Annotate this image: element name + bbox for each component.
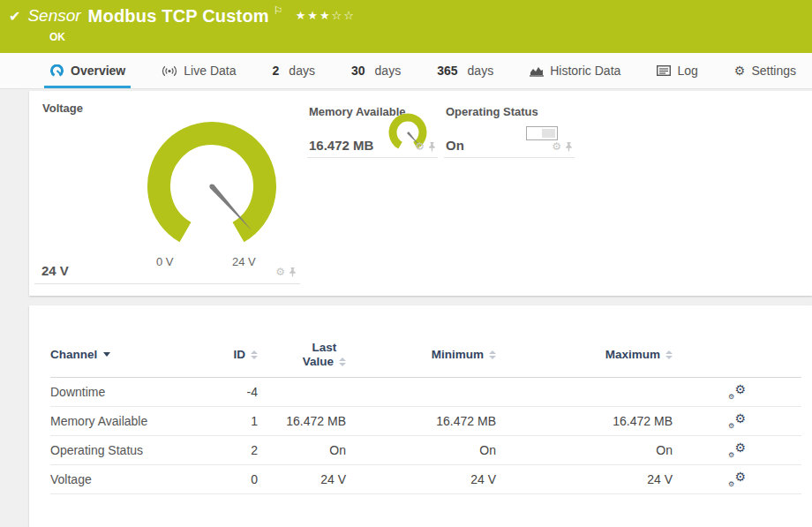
table-header-row: Channel ID Last Value Minimum Maximum (50, 341, 801, 378)
tab-label: Log (677, 64, 697, 78)
tab-label: Historic Data (550, 64, 620, 78)
table-row: Memory Available 1 16.472 MB 16.472 MB 1… (50, 407, 801, 436)
log-list-icon (657, 65, 671, 76)
pin-icon[interactable] (428, 142, 436, 152)
gauges-panel: Voltage 0 V 24 V 24 V ⚙ Memory Available… (29, 91, 812, 296)
channel-minimum: 16.472 MB (346, 414, 496, 428)
column-header-maximum[interactable]: Maximum (496, 348, 673, 361)
sensor-header: ✔ Sensor Modbus TCP Custom ⚐ ★★★☆☆ OK (0, 0, 812, 53)
tab-30-days[interactable]: 30 days (346, 53, 406, 88)
channel-last-value: 16.472 MB (258, 414, 346, 428)
table-row: Voltage 0 24 V 24 V 24 V ⚙⚙ (50, 465, 801, 494)
tab-historic-data[interactable]: Historic Data (524, 53, 626, 88)
tab-label: Overview (71, 64, 125, 78)
channel-minimum: 24 V (346, 472, 496, 486)
channel-last-value: On (258, 443, 346, 457)
tab-number: 365 (437, 64, 457, 78)
tab-label: Settings (751, 64, 796, 78)
voltage-gauge: 0 V 24 V (128, 109, 296, 276)
stars-empty[interactable]: ☆☆ (332, 9, 356, 22)
channel-id: 2 (218, 443, 258, 457)
sort-arrows-icon (489, 350, 496, 359)
gauge-icon (49, 64, 64, 78)
stars-filled[interactable]: ★★★ (296, 9, 332, 22)
table-row: Operating Status 2 On On On ⚙⚙ (50, 436, 801, 465)
column-header-channel[interactable]: Channel (50, 348, 218, 361)
gear-icon[interactable]: ⚙ (275, 266, 285, 278)
channel-id: 0 (218, 472, 258, 486)
priority-stars[interactable]: ★★★☆☆ (296, 9, 356, 22)
operating-status-title: Operating Status (446, 105, 538, 118)
channel-maximum: 24 V (496, 472, 673, 486)
channel-maximum: 16.472 MB (496, 414, 673, 428)
memory-panel-footer: 16.472 MB ⚙ (307, 133, 438, 158)
channels-table: Channel ID Last Value Minimum Maximum (50, 341, 801, 494)
tab-live-data[interactable]: Live Data (156, 53, 241, 88)
tab-number: 2 (273, 64, 280, 78)
channel-minimum: On (346, 443, 496, 457)
tab-2-days[interactable]: 2 days (267, 53, 320, 88)
channel-settings-gears-icon[interactable]: ⚙⚙ (728, 413, 746, 429)
gear-icon[interactable]: ⚙ (415, 140, 425, 153)
channel-id: -4 (218, 385, 258, 399)
sort-arrows-icon (251, 350, 258, 359)
channels-panel: Channel ID Last Value Minimum Maximum (29, 305, 812, 527)
sort-arrows-icon (665, 350, 673, 359)
channel-maximum: On (496, 443, 673, 457)
tab-overview[interactable]: Overview (44, 53, 131, 88)
area-chart-icon (530, 65, 544, 77)
column-header-last-value[interactable]: Last Value (258, 341, 346, 368)
memory-value: 16.472 MB (309, 138, 373, 153)
page-title: Modbus TCP Custom (88, 6, 269, 26)
voltage-gauge-arc (128, 109, 296, 245)
gear-icon[interactable]: ⚙ (552, 140, 561, 153)
sensor-kind-label: Sensor (27, 6, 80, 26)
pin-icon[interactable] (289, 267, 297, 277)
sort-caret-icon (103, 352, 110, 357)
channel-name[interactable]: Voltage (50, 472, 218, 486)
status-check-icon: ✔ (9, 8, 20, 25)
column-header-id[interactable]: ID (218, 348, 258, 361)
status-badge: OK (9, 26, 812, 43)
tab-label: days (468, 64, 494, 78)
tab-settings[interactable]: ⚙ Settings (729, 53, 801, 88)
channel-name[interactable]: Memory Available (50, 414, 218, 428)
gear-icon: ⚙ (734, 64, 746, 78)
channel-name[interactable]: Operating Status (50, 443, 218, 457)
channel-settings-gears-icon[interactable]: ⚙⚙ (728, 442, 746, 458)
channel-settings-gears-icon[interactable]: ⚙⚙ (728, 471, 746, 487)
tab-365-days[interactable]: 365 days (432, 53, 499, 88)
broadcast-icon (162, 65, 177, 77)
operating-status-value: On (446, 138, 464, 153)
sort-arrows-icon (339, 358, 346, 366)
tab-label: days (375, 64, 402, 78)
tab-number: 30 (351, 64, 365, 78)
voltage-panel-footer: 24 V ⚙ (34, 260, 300, 284)
table-row: Downtime -4 ⚙⚙ (50, 378, 801, 407)
pin-icon[interactable] (565, 142, 573, 152)
tab-label: days (289, 64, 315, 78)
column-header-minimum[interactable]: Minimum (346, 348, 496, 361)
tab-bar: Overview Live Data 2 days 30 days 365 da… (0, 53, 812, 89)
tab-label: Live Data (184, 64, 236, 78)
channel-last-value: 24 V (258, 472, 346, 486)
channel-settings-gears-icon[interactable]: ⚙⚙ (728, 384, 746, 400)
tab-log[interactable]: Log (651, 53, 703, 88)
channel-name[interactable]: Downtime (50, 385, 218, 399)
operating-status-footer: On ⚙ (444, 133, 575, 158)
channel-id: 1 (218, 414, 258, 428)
voltage-panel-title: Voltage (42, 102, 83, 115)
flag-icon: ⚐ (274, 4, 283, 17)
voltage-value: 24 V (41, 263, 69, 278)
